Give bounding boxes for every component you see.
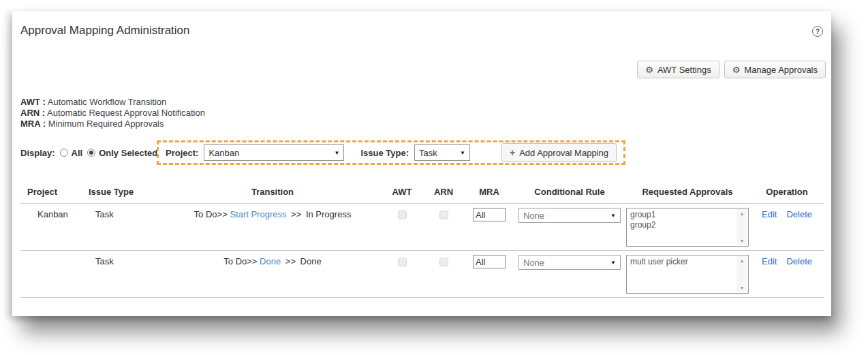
- legend-abbr-awt: AWT :: [20, 97, 46, 107]
- header-issue-type: Issue Type: [89, 183, 164, 204]
- scrollbar[interactable]: ▲ ▼: [737, 256, 747, 292]
- header-awt: AWT: [382, 183, 422, 204]
- edit-link[interactable]: Edit: [762, 209, 777, 219]
- dropdown-arrow-icon: ▼: [460, 150, 465, 156]
- header-transition: Transition: [164, 183, 382, 204]
- manage-approvals-button[interactable]: ⚙ Manage Approvals: [724, 61, 826, 78]
- cell-issue-type: Task: [89, 204, 164, 251]
- approval-mappings-table: Project Issue Type Transition AWT ARN MR…: [20, 183, 824, 298]
- issue-type-select-value: Task: [419, 148, 437, 158]
- edit-link[interactable]: Edit: [762, 256, 777, 266]
- header-requested-approvals: Requested Approvals: [625, 183, 749, 204]
- cell-transition: To Do>> Done >> Done: [164, 251, 382, 298]
- awt-settings-label: AWT Settings: [657, 65, 711, 75]
- display-label: Display:: [20, 148, 55, 158]
- mra-input[interactable]: [473, 255, 506, 268]
- plus-icon: +: [510, 147, 515, 158]
- conditional-rule-value: None: [523, 211, 544, 221]
- legend: AWT : Automatic Workflow Transition ARN …: [20, 97, 205, 129]
- project-label: Project:: [166, 148, 198, 158]
- add-approval-mapping-label: Add Approval Mapping: [519, 148, 608, 158]
- requested-approvals-box[interactable]: mult user picker ▲ ▼: [626, 255, 749, 294]
- transition-to: In Progress: [306, 209, 351, 219]
- gear-icon: ⚙: [645, 65, 653, 74]
- scroll-up-icon[interactable]: ▲: [740, 258, 745, 263]
- issue-type-select[interactable]: Task ▼: [414, 144, 470, 161]
- radio-only-selected-label: Only Selected: [99, 148, 157, 158]
- arn-checkbox[interactable]: [439, 258, 448, 266]
- legend-desc-mra: Minimum Required Approvals: [48, 119, 164, 129]
- requested-approvals-text: group1 group2: [627, 209, 748, 246]
- legend-abbr-mra: MRA :: [20, 119, 46, 129]
- header-mra: MRA: [465, 183, 514, 204]
- awt-checkbox[interactable]: [398, 258, 407, 266]
- awt-settings-button[interactable]: ⚙ AWT Settings: [637, 61, 719, 78]
- legend-line-arn: ARN : Automatic Request Approval Notific…: [20, 108, 205, 119]
- page-title: Approval Mapping Administration: [20, 24, 190, 37]
- cell-conditional-rule: None ▼: [514, 251, 625, 298]
- requested-approvals-text: mult user picker: [627, 256, 748, 293]
- table-row: Task To Do>> Done >> Done None ▼: [20, 251, 824, 298]
- display-filter-group: Display: All Only Selected: [20, 148, 157, 158]
- transition-arrow: >>: [285, 256, 296, 266]
- radio-circle-icon: [87, 149, 95, 157]
- controls-bar: Display: All Only Selected Project: Kanb…: [20, 140, 625, 165]
- approval-mapping-panel: Approval Mapping Administration ? ⚙ AWT …: [12, 11, 831, 316]
- cell-operation: EditDelete: [749, 204, 824, 251]
- transition-to: Done: [300, 256, 322, 266]
- help-icon[interactable]: ?: [812, 26, 823, 37]
- dropdown-arrow-icon: ▼: [334, 150, 339, 156]
- radio-only-selected[interactable]: Only Selected: [87, 148, 157, 158]
- cell-requested-approvals: mult user picker ▲ ▼: [625, 251, 749, 298]
- cell-arn: [422, 251, 465, 298]
- project-select-value: Kanban: [208, 148, 239, 158]
- transition-from: To Do>>: [223, 256, 257, 266]
- radio-all-label: All: [72, 148, 83, 158]
- conditional-rule-select[interactable]: None ▼: [518, 208, 621, 223]
- awt-checkbox[interactable]: [398, 211, 407, 219]
- cell-project: Kanban: [20, 204, 89, 251]
- legend-abbr-arn: ARN :: [20, 108, 45, 118]
- legend-desc-arn: Automatic Request Approval Notification: [47, 108, 205, 118]
- cell-operation: EditDelete: [749, 251, 824, 298]
- add-approval-mapping-button[interactable]: + Add Approval Mapping: [501, 143, 617, 162]
- transition-action-link[interactable]: Done: [260, 256, 281, 266]
- project-select[interactable]: Kanban ▼: [204, 144, 344, 161]
- legend-line-mra: MRA : Minimum Required Approvals: [20, 119, 205, 129]
- scroll-down-icon[interactable]: ▼: [740, 285, 745, 290]
- header-arn: ARN: [422, 183, 465, 204]
- table-header-row: Project Issue Type Transition AWT ARN MR…: [20, 183, 824, 204]
- table-row: Kanban Task To Do>> Start Progress >> In…: [20, 204, 824, 251]
- radio-circle-icon: [60, 149, 68, 157]
- issue-type-label: Issue Type:: [360, 148, 409, 158]
- cell-awt: [382, 204, 422, 251]
- cell-mra: [465, 204, 514, 251]
- arn-checkbox[interactable]: [439, 211, 448, 219]
- scroll-up-icon[interactable]: ▲: [740, 211, 745, 216]
- cell-project: [20, 251, 89, 298]
- delete-link[interactable]: Delete: [786, 256, 812, 266]
- radio-all[interactable]: All: [60, 148, 83, 158]
- dropdown-arrow-icon: ▼: [610, 260, 616, 266]
- transition-from: To Do>>: [194, 209, 228, 219]
- cell-requested-approvals: group1 group2 ▲ ▼: [625, 204, 749, 251]
- transition-action-link[interactable]: Start Progress: [230, 209, 286, 219]
- delete-link[interactable]: Delete: [786, 209, 812, 219]
- legend-line-awt: AWT : Automatic Workflow Transition: [20, 97, 205, 108]
- manage-approvals-label: Manage Approvals: [744, 65, 818, 75]
- dropdown-arrow-icon: ▼: [610, 213, 616, 219]
- requested-approvals-box[interactable]: group1 group2 ▲ ▼: [626, 208, 749, 247]
- cell-transition: To Do>> Start Progress >> In Progress: [164, 204, 382, 251]
- scroll-down-icon[interactable]: ▼: [740, 238, 745, 243]
- cell-issue-type: Task: [89, 251, 164, 298]
- transition-arrow: >>: [291, 209, 301, 219]
- gear-icon: ⚙: [732, 65, 741, 74]
- cell-conditional-rule: None ▼: [514, 204, 625, 251]
- add-mapping-highlight-box: Project: Kanban ▼ Issue Type: Task ▼ + A…: [157, 140, 625, 165]
- cell-awt: [382, 251, 422, 298]
- mra-input[interactable]: [473, 208, 506, 221]
- conditional-rule-select[interactable]: None ▼: [518, 255, 621, 270]
- scrollbar[interactable]: ▲ ▼: [737, 209, 747, 245]
- header-operation: Operation: [749, 183, 824, 204]
- header-project: Project: [20, 183, 89, 204]
